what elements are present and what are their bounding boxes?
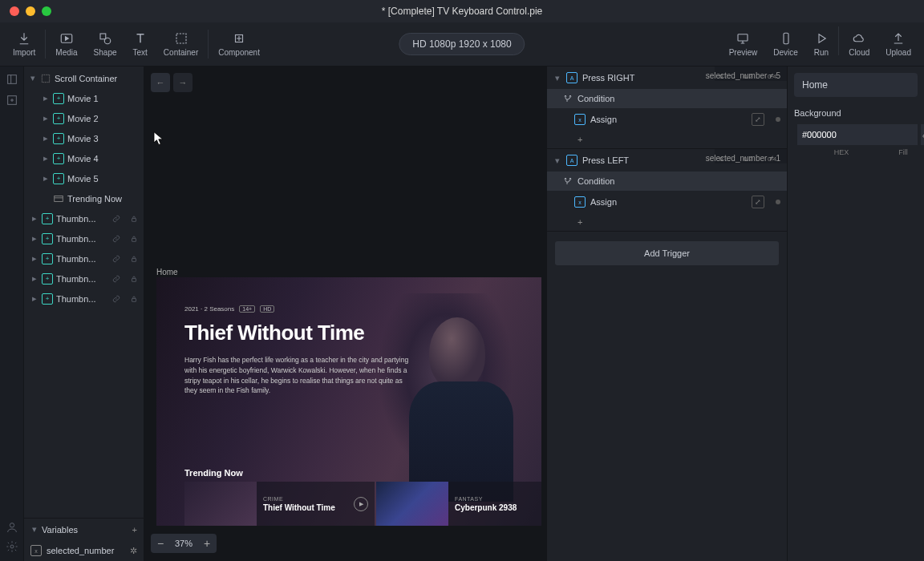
left-rail <box>0 67 24 561</box>
expand-icon[interactable]: ⤢ <box>752 196 764 208</box>
minimize-window-icon[interactable] <box>26 6 35 16</box>
assign-action[interactable]: x Assign ⤢ <box>547 191 787 213</box>
trigger-header[interactable]: ▾ A Press LEFT <box>547 149 715 172</box>
expand-icon[interactable]: ⤢ <box>752 113 764 126</box>
settings-icon[interactable] <box>6 540 18 553</box>
selection-title: Home <box>794 73 918 97</box>
lock-icon[interactable] <box>129 295 139 303</box>
lock-icon[interactable] <box>129 235 139 243</box>
svg-rect-7 <box>7 75 16 84</box>
svg-rect-16 <box>132 278 136 281</box>
hex-input[interactable] <box>797 124 918 145</box>
zoom-in-button[interactable]: + <box>197 534 217 553</box>
resolution-selector[interactable]: HD 1080p 1920 x 1080 <box>399 33 525 55</box>
thumbnail-image <box>184 482 257 526</box>
trigger-header[interactable]: ▾ A Press RIGHT <box>547 67 715 89</box>
layer-movie-3[interactable]: ▸+Movie 3 <box>24 128 144 148</box>
keyboard-icon: A <box>566 155 578 166</box>
add-trigger-button[interactable]: Add Trigger <box>555 241 779 265</box>
add-action-button[interactable]: + <box>547 131 787 148</box>
close-window-icon[interactable] <box>10 6 19 16</box>
assign-action[interactable]: x Assign ⤢ <box>547 108 787 131</box>
branch-icon <box>563 94 573 103</box>
zoom-value: 37% <box>170 539 197 548</box>
media-button[interactable]: Media <box>47 26 85 62</box>
branch-icon <box>563 176 573 186</box>
condition-row[interactable]: Condition <box>547 89 787 108</box>
layer-thumbnail-4[interactable]: ▸+Thumbn... <box>24 268 144 289</box>
background-label: Background <box>794 108 918 118</box>
nav-forward-button[interactable]: → <box>173 73 192 92</box>
layer-movie-4[interactable]: ▸+Movie 4 <box>24 148 144 168</box>
add-action-button[interactable]: + <box>547 213 787 231</box>
svg-point-2 <box>104 38 111 44</box>
preview-button[interactable]: Preview <box>721 26 766 62</box>
layer-movie-1[interactable]: ▸+Movie 1 <box>24 88 144 108</box>
svg-rect-17 <box>132 298 136 301</box>
svg-rect-14 <box>132 238 136 241</box>
triggers-panel: ▾ A Press RIGHT 00.20.4 Condition select… <box>547 67 788 561</box>
debug-icon[interactable]: ✲ <box>130 546 137 556</box>
svg-rect-3 <box>176 34 186 43</box>
hero-meta: 2021 · 2 Seasons 14+ HD <box>184 305 425 313</box>
trending-label: Trending Now <box>184 468 243 478</box>
layer-thumbnail-1[interactable]: ▸+Thumbn... <box>24 208 144 228</box>
layer-scroll-container[interactable]: ▾ Scroll Container <box>24 68 144 88</box>
keyboard-icon: A <box>566 72 578 83</box>
properties-panel: Home Background 100 HEXFill <box>788 67 924 561</box>
text-button[interactable]: Text <box>125 26 156 62</box>
link-icon <box>111 295 121 303</box>
svg-rect-15 <box>132 258 136 261</box>
svg-point-10 <box>10 545 14 548</box>
variables-header[interactable]: ▾ Variables + <box>24 518 144 540</box>
svg-rect-12 <box>55 196 63 201</box>
svg-rect-13 <box>132 218 136 221</box>
condition-value: selected_number ≠ 5 <box>706 71 780 80</box>
artboard-label[interactable]: Home <box>156 268 178 276</box>
layer-trending-now[interactable]: Trending Now <box>24 188 144 208</box>
play-icon[interactable]: ▶ <box>354 497 368 511</box>
add-variable-icon[interactable]: + <box>132 525 137 535</box>
maximize-window-icon[interactable] <box>42 6 51 16</box>
layer-movie-5[interactable]: ▸+Movie 5 <box>24 168 144 188</box>
titlebar: * [Complete] TV Keyboard Control.pie <box>0 0 924 22</box>
panels-icon[interactable] <box>6 73 18 86</box>
user-icon[interactable] <box>6 521 18 534</box>
thumbnail-card[interactable]: FANTASYCyberpunk 2938 ▶ <box>376 482 541 526</box>
condition-row[interactable]: Condition <box>547 172 787 191</box>
link-icon <box>111 235 121 243</box>
layer-thumbnail-5[interactable]: ▸+Thumbn... <box>24 289 144 309</box>
trigger-block-1: ▾ A Press LEFT 00.20.4 Condition selecte… <box>547 149 787 232</box>
lock-icon[interactable] <box>129 215 139 223</box>
document-title: * [Complete] TV Keyboard Control.pie <box>382 6 543 17</box>
lock-icon[interactable] <box>129 255 139 263</box>
upload-button[interactable]: Upload <box>877 26 919 62</box>
condition-value: selected_number ≠ 1 <box>706 154 780 163</box>
device-button[interactable]: Device <box>765 26 806 62</box>
component-button[interactable]: Component <box>210 26 268 62</box>
import-button[interactable]: Import <box>5 26 43 62</box>
cloud-button[interactable]: Cloud <box>841 26 877 62</box>
artboard-home[interactable]: 2021 · 2 Seasons 14+ HD Thief Without Ti… <box>156 277 541 526</box>
canvas[interactable]: ← → Home 2021 · 2 Seasons 14+ HD Thief W… <box>144 67 547 561</box>
add-panel-icon[interactable] <box>6 94 18 107</box>
color-picker-icon[interactable] <box>921 124 924 145</box>
run-button[interactable]: Run <box>806 26 837 62</box>
layers-panel: ▾ Scroll Container ▸+Movie 1 ▸+Movie 2 ▸… <box>24 67 144 561</box>
layer-thumbnail-3[interactable]: ▸+Thumbn... <box>24 248 144 268</box>
keyframe-dot[interactable] <box>776 200 780 204</box>
thumbnail-card[interactable]: CRIMEThief Without Time ▶ <box>184 482 375 526</box>
layer-movie-2[interactable]: ▸+Movie 2 <box>24 108 144 128</box>
lock-icon[interactable] <box>129 275 139 283</box>
nav-back-button[interactable]: ← <box>151 73 170 92</box>
shape-button[interactable]: Shape <box>86 26 125 62</box>
container-button[interactable]: Container <box>156 26 206 62</box>
layer-thumbnail-2[interactable]: ▸+Thumbn... <box>24 228 144 248</box>
svg-rect-5 <box>738 34 748 41</box>
variable-selected-number[interactable]: x selected_number ✲ <box>24 540 144 561</box>
hero-title: Thief Without Time <box>184 321 425 345</box>
keyframe-dot[interactable] <box>776 117 780 122</box>
zoom-out-button[interactable]: − <box>151 534 170 553</box>
toolbar: Import Media Shape Text Container Compon… <box>0 22 924 67</box>
hero-description: Harry Fish has the perfect life working … <box>184 355 417 396</box>
